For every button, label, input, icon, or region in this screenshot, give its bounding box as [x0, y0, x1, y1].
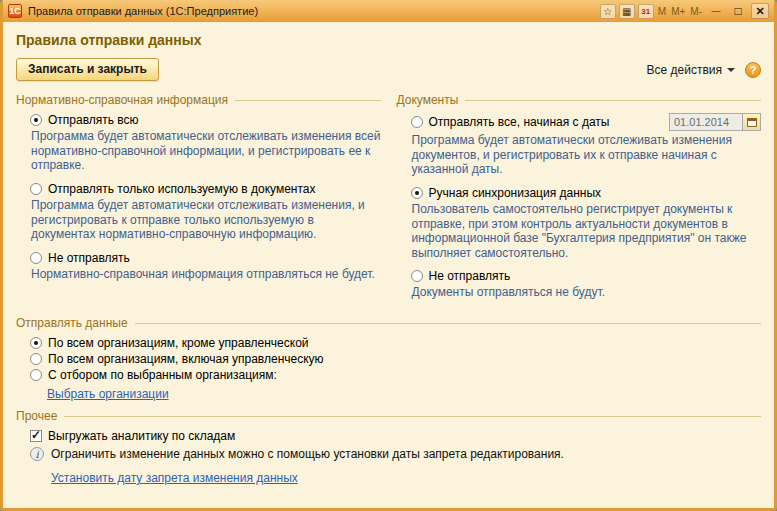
radio-button[interactable]: [30, 252, 42, 264]
radio-option-manual-sync[interactable]: Ручная синхронизация данных: [411, 186, 762, 200]
1c-logo-icon: 1С: [8, 4, 22, 18]
radio-option-no-send-docs[interactable]: Не отправлять: [411, 269, 762, 283]
option-description: Программа будет автоматически отслеживат…: [31, 198, 381, 242]
radio-option-send-all-docs[interactable]: Отправлять все, начиная с даты: [411, 113, 762, 131]
group-other-title: Прочее: [16, 409, 57, 423]
radio-button[interactable]: [411, 270, 423, 282]
start-date-field-group: [669, 113, 761, 131]
group-nsi: Нормативно-справочная информация Отправл…: [16, 90, 381, 309]
set-restriction-date-link[interactable]: Установить дату запрета изменения данных: [51, 471, 298, 485]
all-actions-label: Все действия: [647, 63, 722, 77]
radio-button[interactable]: [411, 187, 423, 199]
radio-button[interactable]: [30, 353, 42, 365]
calendar-icon[interactable]: [638, 4, 654, 19]
top-columns: Нормативно-справочная информация Отправл…: [16, 90, 761, 313]
radio-label: Отправлять всю: [48, 113, 139, 127]
option-description: Нормативно-справочная информация отправл…: [31, 267, 381, 282]
group-divider: [235, 100, 381, 101]
memory-m-button[interactable]: М: [657, 6, 667, 17]
group-nsi-content: Отправлять всю Программа будет автоматич…: [16, 113, 381, 281]
radio-option-send-all-nsi[interactable]: Отправлять всю: [30, 113, 381, 127]
favorites-icon[interactable]: [600, 4, 616, 19]
group-send-data: Отправлять данные По всем организациям, …: [16, 316, 761, 405]
maximize-button[interactable]: [729, 3, 747, 19]
radio-label: Не отправлять: [429, 269, 511, 283]
option-description: Программа будет автоматически отслеживат…: [412, 133, 762, 177]
calculator-icon[interactable]: [619, 4, 635, 19]
page-title: Правила отправки данных: [16, 32, 761, 48]
radio-label: Не отправлять: [48, 251, 130, 265]
group-other-content: Выгружать аналитику по складам Ограничит…: [16, 429, 761, 485]
chevron-down-icon: [727, 68, 735, 72]
group-nsi-header: Нормативно-справочная информация: [16, 93, 381, 107]
info-text: Ограничить изменение данных можно с помо…: [51, 447, 564, 461]
radio-button[interactable]: [30, 114, 42, 126]
group-send-data-title: Отправлять данные: [16, 316, 128, 330]
radio-label: По всем организациям, включая управленче…: [48, 352, 324, 366]
group-divider: [135, 323, 761, 324]
radio-option-send-used-nsi[interactable]: Отправлять только используемую в докумен…: [30, 182, 381, 196]
radio-label: Отправлять только используемую в докумен…: [48, 182, 316, 196]
checkbox-label: Выгружать аналитику по складам: [48, 429, 235, 443]
option-description: Пользователь самостоятельно регистрирует…: [412, 202, 762, 261]
select-organizations-link[interactable]: Выбрать организации: [47, 387, 169, 401]
info-icon: [30, 447, 44, 461]
titlebar: 1С Правила отправки данных (1С:Предприят…: [3, 0, 774, 22]
group-documents-header: Документы: [397, 93, 762, 107]
group-nsi-title: Нормативно-справочная информация: [16, 93, 228, 107]
app-window: 1С Правила отправки данных (1С:Предприят…: [0, 0, 777, 511]
titlebar-right: М М+ М-: [600, 3, 769, 19]
minimize-button[interactable]: [707, 3, 725, 19]
date-picker-button[interactable]: [743, 113, 761, 131]
toolbar-right: Все действия ?: [647, 62, 761, 78]
window-title: Правила отправки данных (1С:Предприятие): [28, 5, 258, 17]
option-description: Программа будет автоматически отслеживат…: [31, 129, 381, 173]
option-description: Документы отправляться не будут.: [412, 285, 762, 300]
memory-mplus-button[interactable]: М+: [670, 6, 686, 17]
info-row: Ограничить изменение данных можно с помо…: [30, 447, 761, 461]
group-other: Прочее Выгружать аналитику по складам Ог…: [16, 409, 761, 485]
radio-button[interactable]: [30, 337, 42, 349]
toolbar: Записать и закрыть Все действия ?: [16, 58, 761, 81]
radio-option-selected-orgs[interactable]: С отбором по выбранным организациям:: [30, 368, 761, 382]
form-content: Правила отправки данных Записать и закры…: [3, 22, 774, 485]
group-documents: Документы Отправлять все, начиная с даты: [397, 90, 762, 309]
radio-label: С отбором по выбранным организациям:: [48, 368, 277, 382]
checkbox[interactable]: [30, 430, 42, 442]
radio-label: Отправлять все, начиная с даты: [429, 115, 610, 129]
group-divider: [465, 100, 761, 101]
radio-option-all-orgs-incl-mgmt[interactable]: По всем организациям, включая управленче…: [30, 352, 761, 366]
all-actions-button[interactable]: Все действия: [647, 63, 735, 77]
group-send-data-content: По всем организациям, кроме управленческ…: [16, 336, 761, 405]
checkbox-option-export-warehouse-analytics[interactable]: Выгружать аналитику по складам: [30, 429, 761, 443]
radio-label: Ручная синхронизация данных: [429, 186, 602, 200]
start-date-input[interactable]: [669, 113, 743, 131]
memory-mminus-button[interactable]: М-: [689, 6, 703, 17]
save-and-close-button[interactable]: Записать и закрыть: [16, 58, 159, 81]
close-button[interactable]: [751, 3, 769, 19]
group-documents-content: Отправлять все, начиная с даты Программа…: [397, 113, 762, 300]
radio-button[interactable]: [411, 116, 423, 128]
radio-option-all-orgs-except-mgmt[interactable]: По всем организациям, кроме управленческ…: [30, 336, 761, 350]
calendar-icon: [747, 118, 757, 127]
help-button[interactable]: ?: [745, 62, 761, 78]
group-send-data-header: Отправлять данные: [16, 316, 761, 330]
radio-option-no-send-nsi[interactable]: Не отправлять: [30, 251, 381, 265]
radio-button[interactable]: [30, 369, 42, 381]
group-divider: [64, 416, 761, 417]
radio-label: По всем организациям, кроме управленческ…: [48, 336, 309, 350]
group-documents-title: Документы: [397, 93, 459, 107]
radio-button[interactable]: [30, 183, 42, 195]
group-other-header: Прочее: [16, 409, 761, 423]
